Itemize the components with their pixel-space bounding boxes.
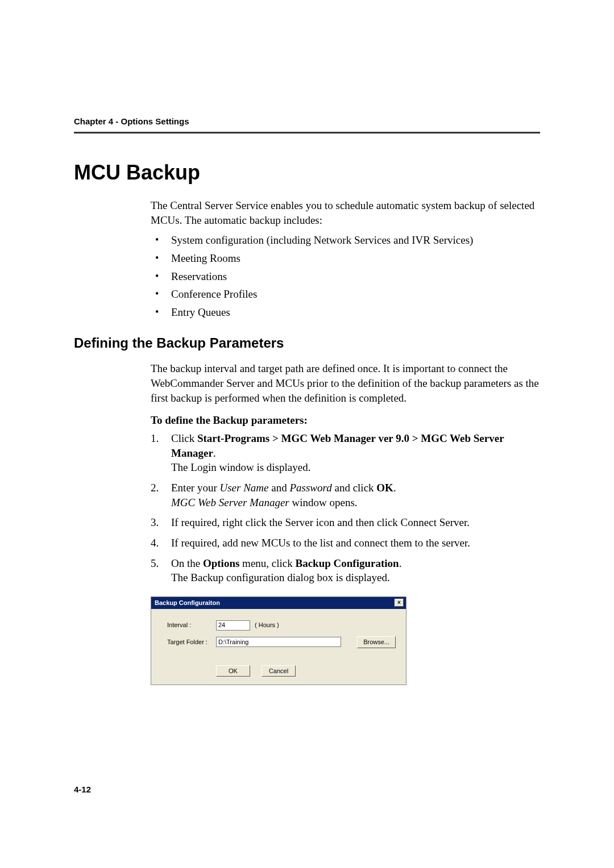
step-text: Enter your [171, 482, 219, 494]
section-paragraph: The backup interval and target path are … [151, 361, 540, 405]
step-text: and click [332, 482, 377, 494]
chapter-header: Chapter 4 - Options Settings [74, 116, 540, 132]
ok-button[interactable]: OK [216, 665, 250, 677]
interval-unit: ( Hours ) [255, 621, 279, 629]
backup-configuration-dialog: Backup Configuraiton × Interval : 24 ( H… [151, 596, 406, 686]
step-text: The Backup configuration dialog box is d… [171, 571, 390, 583]
step-item: 1. Click Start-Programs > MGC Web Manage… [151, 431, 540, 475]
step-text: Click [171, 432, 197, 444]
step-bold: OK [376, 482, 393, 494]
close-button[interactable]: × [395, 599, 404, 607]
procedure-heading: To define the Backup parameters: [151, 413, 540, 428]
section-heading: Defining the Backup Parameters [74, 335, 540, 351]
target-folder-label: Target Folder : [167, 638, 211, 646]
step-number: 2. [151, 481, 159, 495]
dialog-title-text: Backup Configuraiton [155, 599, 220, 607]
step-text: On the [171, 557, 203, 569]
interval-row: Interval : 24 ( Hours ) [167, 620, 396, 631]
step-number: 4. [151, 536, 159, 550]
page-number: 4-12 [74, 784, 91, 794]
step-text: . [399, 557, 402, 569]
step-item: 4. If required, add new MCUs to the list… [151, 536, 540, 550]
step-text: . [393, 482, 396, 494]
list-item: System configuration (including Network … [151, 233, 540, 248]
browse-button[interactable]: Browse... [357, 636, 396, 648]
interval-input[interactable]: 24 [216, 620, 250, 631]
step-bold: Start-Programs > MGC Web Manager ver 9.0… [171, 432, 504, 459]
step-item: 5. On the Options menu, click Backup Con… [151, 556, 540, 585]
step-text: If required, add new MCUs to the list an… [171, 537, 470, 549]
step-item: 2. Enter your User Name and Password and… [151, 481, 540, 510]
dialog-titlebar: Backup Configuraiton × [151, 597, 406, 609]
target-folder-input[interactable]: D:\Training [216, 637, 341, 647]
step-item: 3. If required, right click the Server i… [151, 515, 540, 530]
step-italic: Password [289, 482, 331, 494]
step-number: 5. [151, 556, 159, 571]
step-text: . [213, 447, 216, 459]
close-icon: × [397, 599, 401, 606]
list-item: Conference Profiles [151, 287, 540, 302]
steps-list: 1. Click Start-Programs > MGC Web Manage… [151, 431, 540, 585]
dialog-button-row: OK Cancel [216, 665, 396, 677]
page-title: MCU Backup [74, 161, 540, 185]
header-divider [74, 132, 540, 133]
step-number: 1. [151, 431, 159, 446]
step-text: and [269, 482, 290, 494]
list-item: Reservations [151, 269, 540, 284]
intro-paragraph: The Central Server Service enables you t… [151, 198, 540, 227]
list-item: Meeting Rooms [151, 251, 540, 266]
step-text: If required, right click the Server icon… [171, 516, 470, 528]
cancel-button[interactable]: Cancel [262, 665, 296, 677]
dialog-body: Interval : 24 ( Hours ) Target Folder : … [151, 609, 406, 685]
step-number: 3. [151, 515, 159, 530]
step-bold: Options [203, 557, 239, 569]
interval-label: Interval : [167, 621, 211, 629]
list-item: Entry Queues [151, 305, 540, 320]
step-text: window opens. [289, 496, 358, 508]
step-bold: Backup Configuration [296, 557, 399, 569]
step-italic: User Name [219, 482, 268, 494]
step-italic: MGC Web Server Manager [171, 496, 289, 508]
step-text: The Login window is displayed. [171, 461, 310, 473]
target-folder-row: Target Folder : D:\Training Browse... [167, 636, 396, 648]
backup-includes-list: System configuration (including Network … [151, 233, 540, 319]
step-text: menu, click [239, 557, 295, 569]
